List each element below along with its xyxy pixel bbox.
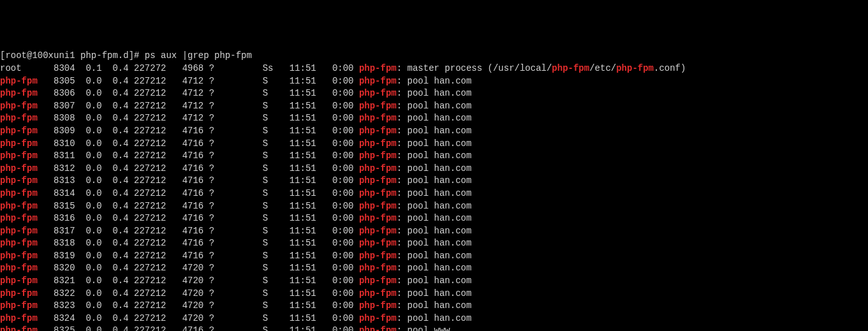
terminal-output[interactable]: [root@100xuni1 php-fpm.d]# ps aux |grep … <box>0 50 868 331</box>
prompt-line[interactable]: [root@100xuni1 php-fpm.d]# ps aux |grep … <box>0 50 868 63</box>
process-row: php-fpm 8310 0.0 0.4 227212 4716 ? S 11:… <box>0 138 868 151</box>
process-row: php-fpm 8319 0.0 0.4 227212 4716 ? S 11:… <box>0 250 868 263</box>
process-row: php-fpm 8324 0.0 0.4 227212 4720 ? S 11:… <box>0 313 868 325</box>
process-row-master: root 8304 0.1 0.4 227272 4968 ? Ss 11:51… <box>0 63 868 75</box>
process-row: php-fpm 8317 0.0 0.4 227212 4716 ? S 11:… <box>0 225 868 238</box>
process-row: php-fpm 8314 0.0 0.4 227212 4716 ? S 11:… <box>0 188 868 200</box>
process-row: php-fpm 8325 0.0 0.4 227212 4716 ? S 11:… <box>0 325 868 331</box>
process-row: php-fpm 8315 0.0 0.4 227212 4716 ? S 11:… <box>0 200 868 213</box>
process-row: php-fpm 8312 0.0 0.4 227212 4716 ? S 11:… <box>0 163 868 175</box>
process-row: php-fpm 8322 0.0 0.4 227212 4720 ? S 11:… <box>0 288 868 300</box>
process-row: php-fpm 8323 0.0 0.4 227212 4720 ? S 11:… <box>0 300 868 313</box>
process-row: php-fpm 8307 0.0 0.4 227212 4712 ? S 11:… <box>0 100 868 113</box>
process-row: php-fpm 8321 0.0 0.4 227212 4720 ? S 11:… <box>0 275 868 288</box>
process-row: php-fpm 8309 0.0 0.4 227212 4716 ? S 11:… <box>0 125 868 138</box>
process-row: php-fpm 8313 0.0 0.4 227212 4716 ? S 11:… <box>0 175 868 188</box>
process-row: php-fpm 8306 0.0 0.4 227212 4712 ? S 11:… <box>0 87 868 100</box>
process-row: php-fpm 8311 0.0 0.4 227212 4716 ? S 11:… <box>0 150 868 163</box>
process-row: php-fpm 8320 0.0 0.4 227212 4720 ? S 11:… <box>0 262 868 275</box>
process-row: php-fpm 8316 0.0 0.4 227212 4716 ? S 11:… <box>0 212 868 225</box>
process-row: php-fpm 8305 0.0 0.4 227212 4712 ? S 11:… <box>0 75 868 88</box>
process-row: php-fpm 8308 0.0 0.4 227212 4712 ? S 11:… <box>0 112 868 125</box>
process-row: php-fpm 8318 0.0 0.4 227212 4716 ? S 11:… <box>0 237 868 250</box>
